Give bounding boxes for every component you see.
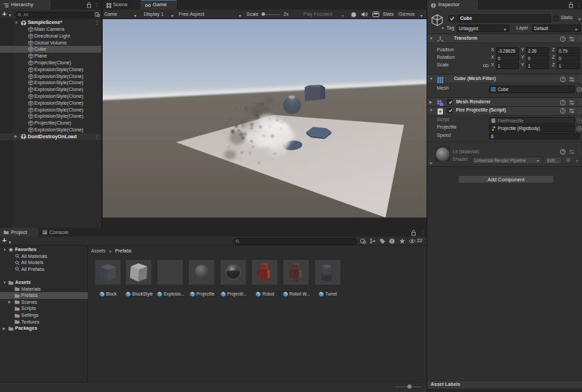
svg-text:?: ? [561, 36, 564, 40]
svg-text:?: ? [561, 77, 564, 81]
svg-text:?: ? [561, 149, 564, 153]
svg-text:?: ? [561, 109, 564, 113]
svg-text:?: ? [561, 100, 564, 104]
